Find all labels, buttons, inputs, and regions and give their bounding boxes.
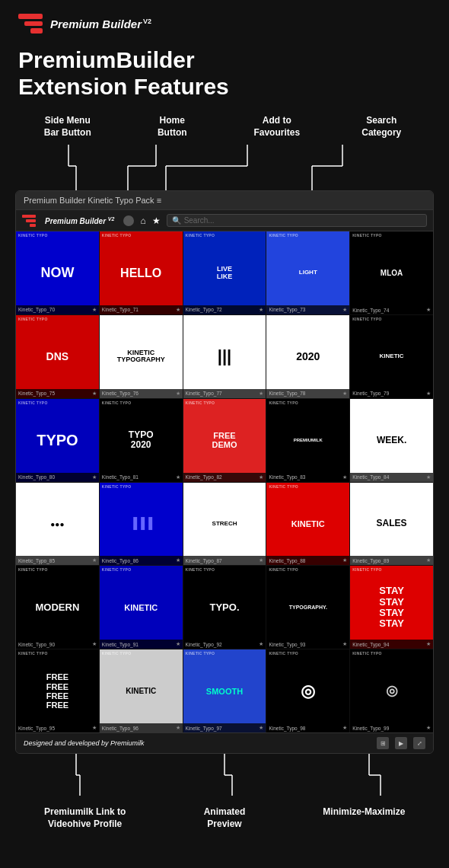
app-window: Premium Builder Kinetic Typo Pack ≡ Prem…	[15, 190, 434, 754]
grid-item[interactable]: KINETIC TYPOKINETICKinetic_Typo_88★	[266, 483, 349, 566]
grid-item[interactable]: KINETIC TYPOFREE FREE FREE FREEKinetic_T…	[16, 649, 99, 732]
grid-item[interactable]: KINETIC TYPO◎Kinetic_Typo_98★	[266, 649, 349, 732]
app-toolbar: Premium Builder V2 ⌂ ★ 🔍 Search...	[16, 210, 433, 231]
grid-item[interactable]: KINETIC TYPOMODERNKinetic_Typo_90★	[16, 566, 99, 649]
grid-item[interactable]: KINETIC TYPO|||Kinetic_Typo_77★	[183, 315, 266, 398]
app-header: Premium BuilderV2	[0, 0, 449, 41]
grid-item[interactable]: KINETIC TYPOTypo.Kinetic_Typo_92★	[183, 566, 266, 649]
footer-icons: ⊞ ▶ ⤢	[377, 737, 425, 749]
animated-preview-button[interactable]: ▶	[395, 737, 407, 749]
grid-item[interactable]: KINETIC TYPOKINETICKinetic_Typo_96★	[100, 649, 183, 732]
feature-label-side-menu: Side Menu Bar Button	[15, 115, 120, 139]
search-box[interactable]: 🔍 Search...	[167, 214, 427, 227]
app-titlebar-text: Premium Builder Kinetic Typo Pack ≡	[24, 196, 161, 205]
grid-item[interactable]: KINETIC TYPONOWKinetic_Typo_70★	[16, 231, 99, 314]
grid-item[interactable]: KINETIC TYPO▐▐▐Kinetic_Typo_86★	[100, 483, 183, 566]
side-menu-button[interactable]	[123, 215, 134, 226]
toolbar-logo	[22, 215, 36, 227]
grid-item[interactable]: KINETIC TYPOLIGHTKinetic_Typo_73★	[266, 231, 349, 314]
grid-item[interactable]: KINETIC TYPOKINETICKinetic_Typo_79★	[350, 315, 433, 398]
feature-label-search: Search Category	[330, 115, 435, 139]
grid-item[interactable]: KINETIC TYPODNSKinetic_Typo_75★	[16, 315, 99, 398]
grid-item[interactable]: KINETIC TYPO●●●Kinetic_Typo_85★	[16, 483, 99, 566]
grid-item[interactable]: KINETIC TYPOSMOOTHKinetic_Typo_97★	[183, 649, 266, 732]
home-button[interactable]: ⌂	[140, 215, 145, 226]
grid-item[interactable]: KINETIC TYPOSTRECHKinetic_Typo_87★	[183, 483, 266, 566]
grid-item[interactable]: KINETIC TYPOTypography.Kinetic_Typo_93★	[266, 566, 349, 649]
bottom-label-animated-preview: Animated Preview	[154, 806, 294, 830]
footer-credit: Designed and developed by Premiumilk	[24, 739, 145, 747]
grid-item[interactable]: KINETIC TYPOHELLOKinetic_Typo_71★	[100, 231, 183, 314]
grid-item[interactable]: KINETIC TYPOMLOAKinetic_Typo_74★	[350, 231, 433, 314]
header-version: V2	[143, 18, 151, 25]
favourites-button[interactable]: ★	[152, 215, 161, 226]
grid-item[interactable]: KINETIC TYPOTYPOKinetic_Typo_80★	[16, 399, 99, 482]
main-heading: PremiumBuilder Extension Features	[0, 41, 449, 115]
heading-line1: PremiumBuilder	[18, 47, 195, 72]
grid-item[interactable]: KINETIC TYPOLIVE LIKEKinetic_Typo_72★	[183, 231, 266, 314]
grid-item[interactable]: KINETIC TYPOSALESKinetic_Typo_89★	[350, 483, 433, 566]
footer-brand-name[interactable]: Premiumilk	[110, 739, 145, 747]
header-title: Premium BuilderV2	[50, 18, 151, 30]
grid-item[interactable]: KINETIC TYPOSTAY STAY STAY STAYKinetic_T…	[350, 566, 433, 649]
grid-item[interactable]: KINETIC TYPOFREE DEMOKinetic_Typo_82★	[183, 399, 266, 482]
connector-bottom	[15, 754, 434, 796]
grid-item[interactable]: KINETIC TYPOTYPO 2020Kinetic_Typo_81★	[100, 399, 183, 482]
grid-view-button[interactable]: ⊞	[377, 737, 389, 749]
grid-item[interactable]: KINETIC TYPOKINETICKinetic_Typo_91★	[100, 566, 183, 649]
search-icon: 🔍	[172, 216, 181, 225]
minimize-maximize-button[interactable]: ⤢	[413, 737, 425, 749]
grid-item[interactable]: KINETIC TYPO◎Kinetic_Typo_99★	[350, 649, 433, 732]
toolbar-title: Premium Builder V2	[45, 216, 114, 225]
bottom-label-minimize-maximize: Minimize-Maximize	[295, 806, 434, 830]
bottom-labels: Premiumilk Link to Videohive Profile Ani…	[0, 796, 449, 836]
grid-item[interactable]: KINETIC TYPOWEEK.Kinetic_Typo_84★	[350, 399, 433, 482]
app-titlebar: Premium Builder Kinetic Typo Pack ≡	[16, 191, 433, 210]
connector-top	[15, 145, 434, 190]
bottom-label-premiumilk: Premiumilk Link to Videohive Profile	[15, 806, 154, 830]
feature-label-home: Home Button	[120, 115, 225, 139]
app-footer: Designed and developed by Premiumilk ⊞ ▶…	[16, 732, 433, 753]
heading-line2: Extension Features	[18, 74, 229, 99]
feature-labels: Side Menu Bar Button Home Button Add to …	[0, 115, 449, 145]
grid-item[interactable]: KINETIC TYPOPREMIUMILKKinetic_Typo_83★	[266, 399, 349, 482]
asset-grid: KINETIC TYPONOWKinetic_Typo_70★KINETIC T…	[16, 231, 433, 732]
grid-item[interactable]: KINETIC TYPO2020Kinetic_Typo_78★	[266, 315, 349, 398]
grid-item[interactable]: KINETIC TYPOKINETIC TYPOGRAPHYKinetic_Ty…	[100, 315, 183, 398]
search-placeholder: Search...	[184, 216, 215, 225]
feature-label-favourites: Add to Favourites	[224, 115, 330, 139]
logo-icon	[18, 14, 43, 34]
